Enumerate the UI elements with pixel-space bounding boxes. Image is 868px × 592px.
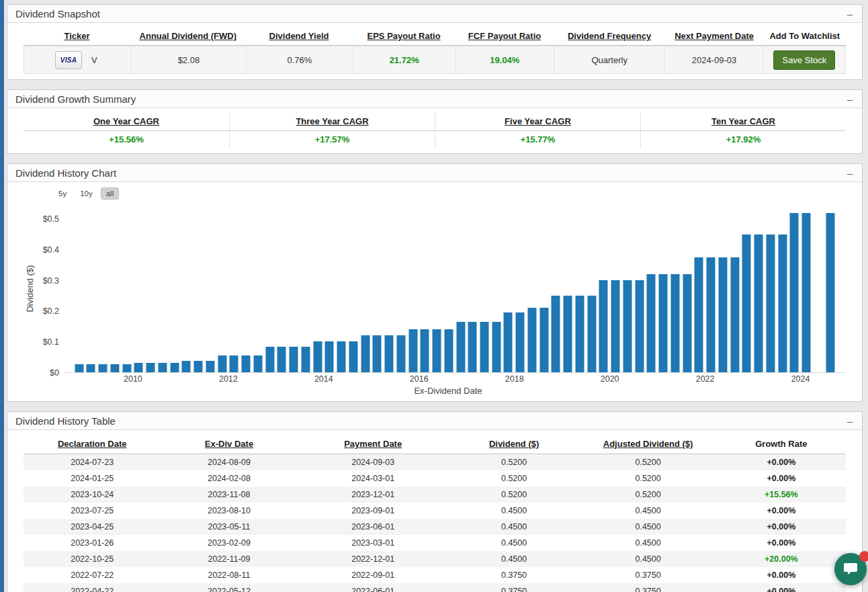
y-axis-title-text: Dividend ($)	[25, 265, 35, 312]
table-cell: 2023-09-01	[298, 503, 449, 519]
ticker-symbol: V	[89, 51, 100, 69]
column-header-three-year-cagr[interactable]: Three Year CAGR	[229, 112, 435, 130]
y-tick-label: $0.4	[43, 245, 59, 255]
table-row: 2024-01-252024-02-082024-03-010.52000.52…	[24, 470, 846, 487]
dividend-bar	[504, 312, 513, 372]
table-row: 2022-10-252022-11-092022-12-010.45000.45…	[24, 551, 846, 567]
column-header-one-year-cagr[interactable]: One Year CAGR	[24, 112, 229, 130]
growth-summary-header: Dividend Growth Summary –	[7, 90, 862, 108]
x-tick-label: 2024	[791, 374, 810, 384]
dividend-bar	[754, 235, 763, 372]
table-cell: 2022-08-11	[161, 567, 297, 583]
column-header-ticker[interactable]: Ticker	[24, 27, 130, 45]
table-cell: 2024-02-08	[161, 470, 297, 487]
dividend-bar	[99, 364, 107, 372]
y-tick-label: $0.2	[43, 306, 59, 316]
dividend-bar	[385, 335, 394, 372]
column-header-eps-payout[interactable]: EPS Payout Ratio	[353, 27, 455, 45]
growth-rate-cell: +0.00%	[717, 519, 846, 535]
dividend-frequency-value: Quarterly	[554, 46, 664, 73]
collapse-icon[interactable]: –	[846, 94, 854, 104]
y-axis-title: Dividend ($)	[24, 204, 36, 373]
y-tick-label: $0	[50, 368, 59, 378]
column-header-fcf-payout[interactable]: FCF Payout Ratio	[455, 27, 554, 45]
dividend-bar	[218, 355, 226, 372]
table-cell: 2023-12-01	[298, 487, 449, 503]
table-cell: 0.5200	[579, 454, 716, 470]
table-cell: 2023-07-25	[24, 503, 161, 519]
range-button-5y[interactable]: 5y	[53, 187, 72, 200]
chart-plot	[64, 204, 846, 373]
collapse-icon[interactable]: –	[846, 416, 854, 426]
table-cell: 0.4500	[579, 551, 716, 567]
dividend-bar	[134, 363, 143, 372]
x-tick-label: 2014	[314, 374, 333, 384]
table-cell: 0.3750	[579, 583, 716, 592]
table-cell: 2022-09-01	[298, 567, 449, 583]
chart-panel-header: Dividend History Chart –	[7, 164, 862, 182]
dividend-bar	[635, 280, 644, 372]
dividend-bar	[730, 257, 739, 372]
dividend-bar	[325, 341, 334, 372]
growth-values-row: +15.56% +17.57% +15.77% +17.92%	[24, 131, 846, 148]
one-year-cagr-value: +15.56%	[24, 131, 229, 148]
column-header-five-year-cagr[interactable]: Five Year CAGR	[435, 112, 640, 130]
table-cell: 2023-10-24	[24, 487, 161, 503]
dividend-bar	[110, 364, 119, 372]
dividend-bar	[802, 213, 811, 372]
dividend-bar	[707, 257, 715, 372]
dividend-bar	[122, 364, 131, 372]
dividend-bar	[361, 335, 370, 372]
column-header-frequency[interactable]: Dividend Frequency	[554, 27, 664, 45]
dividend-bar	[587, 296, 596, 372]
snapshot-data-row: VISA V $2.08 0.76% 21.72% 19.04% Quarter…	[24, 46, 846, 74]
table-row: 2022-07-222022-08-112022-09-010.37500.37…	[24, 567, 846, 583]
column-header-adjusted-dividend[interactable]: Adjusted Dividend ($)	[579, 434, 716, 454]
collapse-icon[interactable]: –	[846, 9, 854, 19]
dividend-bar	[337, 341, 346, 372]
history-table-body: Declaration Date Ex-Div Date Payment Dat…	[7, 430, 862, 592]
column-header-next-payment[interactable]: Next Payment Date	[665, 27, 764, 45]
table-cell: 2023-02-09	[161, 535, 297, 551]
dividend-bar	[492, 322, 501, 372]
dividend-bar	[552, 296, 560, 372]
dividend-bar	[396, 335, 405, 372]
collapse-icon[interactable]: –	[846, 168, 854, 178]
column-header-declaration-date[interactable]: Declaration Date	[24, 434, 161, 454]
column-header-annual-dividend[interactable]: Annual Dividend (FWD)	[130, 27, 245, 45]
x-tick-label: 2018	[505, 374, 524, 384]
dividend-bar	[146, 363, 155, 372]
table-cell: 2022-11-09	[161, 551, 297, 567]
table-row: 2023-10-242023-11-082023-12-010.52000.52…	[24, 487, 846, 503]
dividend-bar	[623, 280, 632, 372]
x-tick-label: 2012	[219, 374, 238, 384]
y-tick-label: $0.3	[43, 276, 59, 286]
dividend-bar	[659, 274, 668, 372]
table-cell: 2024-07-23	[24, 454, 161, 470]
table-cell: 2022-05-12	[161, 583, 297, 592]
table-cell: 2024-03-01	[298, 470, 449, 487]
visa-logo-icon: VISA	[55, 51, 82, 69]
column-header-payment-date[interactable]: Payment Date	[298, 434, 449, 454]
dividend-bar	[539, 308, 548, 372]
column-header-dividend[interactable]: Dividend ($)	[449, 434, 580, 454]
dividend-bar	[444, 329, 453, 372]
column-header-dividend-yield[interactable]: Dividend Yield	[245, 27, 352, 45]
table-cell: 2023-05-11	[161, 519, 297, 535]
chat-widget-button[interactable]	[834, 553, 867, 585]
dividend-snapshot-body: Ticker Annual Dividend (FWD) Dividend Yi…	[7, 23, 862, 79]
page-content: Dividend Snapshot – Ticker Annual Divide…	[0, 0, 868, 592]
x-tick-label: 2010	[124, 374, 142, 384]
column-header-growth-rate: Growth Rate	[717, 434, 846, 454]
column-header-ten-year-cagr[interactable]: Ten Year CAGR	[640, 112, 846, 130]
dividend-bar	[480, 322, 489, 372]
ten-year-cagr-value: +17.92%	[640, 131, 846, 148]
range-button-10y[interactable]: 10y	[75, 187, 98, 200]
range-button-all[interactable]: all	[101, 187, 120, 200]
growth-rate-cell: +20.00%	[717, 551, 846, 567]
five-year-cagr-value: +15.77%	[435, 131, 640, 148]
save-stock-button[interactable]: Save Stock	[773, 50, 835, 70]
table-row: 2023-07-252023-08-102023-09-010.45000.45…	[24, 503, 846, 519]
dividend-bar	[718, 257, 727, 372]
column-header-ex-div-date[interactable]: Ex-Div Date	[161, 434, 297, 454]
